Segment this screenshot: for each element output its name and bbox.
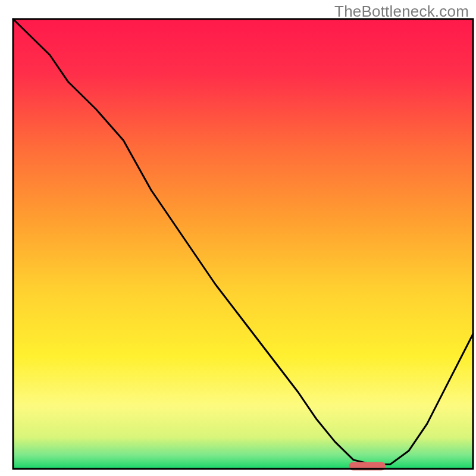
- chart-container: TheBottleneck.com: [0, 0, 476, 476]
- bottleneck-chart: [0, 0, 476, 476]
- chart-background-gradient: [13, 19, 473, 469]
- watermark-text: TheBottleneck.com: [334, 2, 469, 21]
